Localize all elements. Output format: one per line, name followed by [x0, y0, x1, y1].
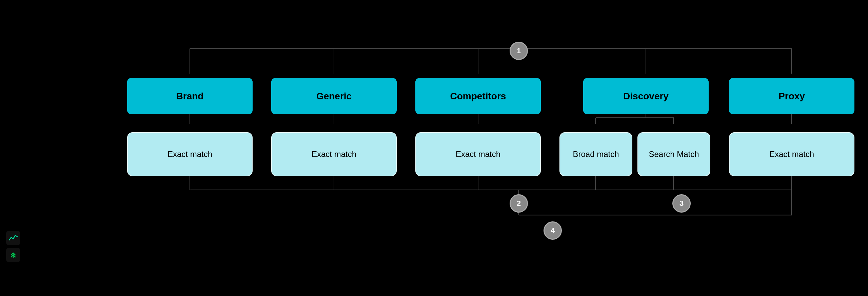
node-2: 2	[510, 194, 528, 213]
node-3: 3	[672, 194, 691, 213]
node-1: 1	[510, 42, 528, 60]
arrow-up-icon-button[interactable]	[6, 248, 20, 262]
match-generic: Exact match	[271, 132, 397, 176]
category-discovery: Discovery	[583, 78, 709, 114]
category-proxy: Proxy	[729, 78, 854, 114]
category-competitors: Competitors	[415, 78, 541, 114]
match-competitors: Exact match	[415, 132, 541, 176]
category-brand: Brand	[127, 78, 253, 114]
match-brand: Exact match	[127, 132, 253, 176]
match-proxy: Exact match	[729, 132, 854, 176]
chart-icon-button[interactable]	[6, 231, 20, 245]
match-broad: Broad match	[559, 132, 632, 176]
diagram-container: Brand Generic Competitors Discovery Prox…	[95, 20, 861, 276]
match-search: Search Match	[637, 132, 710, 176]
node-4: 4	[544, 221, 562, 240]
sidebar	[6, 231, 20, 262]
category-generic: Generic	[271, 78, 397, 114]
